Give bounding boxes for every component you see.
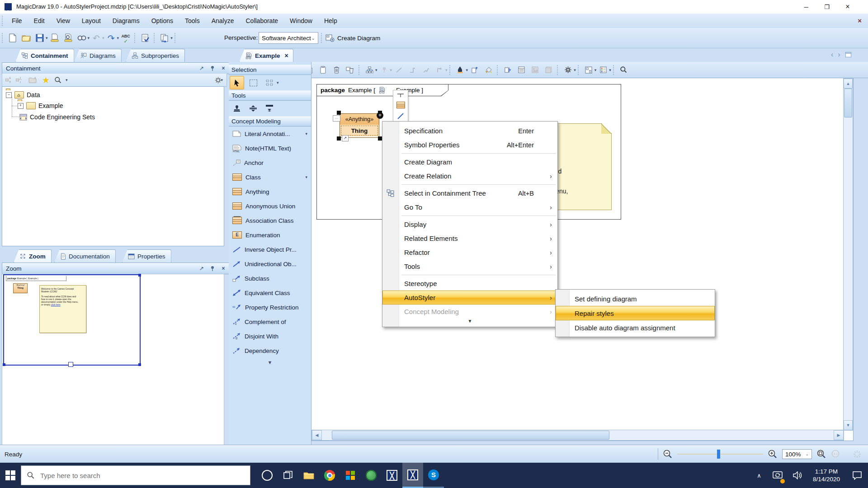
- menu-item-stereotype[interactable]: Stereotype: [382, 277, 557, 291]
- open-diagram-badge[interactable]: ↗: [342, 135, 349, 141]
- save-button[interactable]: [33, 31, 46, 45]
- tab-containment[interactable]: Containment: [15, 49, 74, 62]
- palette-anything[interactable]: Anything: [229, 184, 311, 199]
- menu-diagrams[interactable]: Diagrams: [107, 14, 146, 28]
- vertical-scrollbar[interactable]: ▲ ▼: [843, 78, 853, 431]
- palette-complement-of[interactable]: c Complement of: [229, 314, 311, 329]
- menu-item-go-to[interactable]: Go To›: [382, 200, 557, 214]
- tab-diagrams[interactable]: Diagrams: [74, 49, 122, 62]
- menubar-drag-handle[interactable]: [2, 16, 4, 26]
- menu-window[interactable]: Window: [284, 14, 318, 28]
- package-frame-tab[interactable]: package Example [ Example ]: [316, 84, 448, 96]
- vertical-scroll-thumb[interactable]: [844, 89, 852, 117]
- toolbar-drag-handle[interactable]: [2, 33, 4, 43]
- zoom-slider-thumb[interactable]: [717, 450, 720, 459]
- tray-expand-icon[interactable]: ∧: [751, 463, 767, 488]
- spell-check-button[interactable]: ABC✓: [119, 31, 132, 45]
- smart-add-icon[interactable]: +: [377, 112, 383, 119]
- legend-icon[interactable]: [597, 63, 609, 77]
- palette-disjoint-with[interactable]: d Disjoint With: [229, 329, 311, 343]
- autosize-icon[interactable]: [501, 63, 514, 77]
- submenu-item-disable-auto-diagram-assignment[interactable]: Disable auto diagram assignment: [556, 320, 715, 335]
- image-shape-icon[interactable]: [528, 63, 541, 77]
- pen-style-icon[interactable]: [454, 63, 467, 77]
- horizontal-scroll-thumb[interactable]: [332, 431, 609, 440]
- find-dropdown-icon[interactable]: ▾: [88, 36, 90, 40]
- palette-association-class[interactable]: Association Class: [229, 213, 311, 228]
- transform-dropdown-icon[interactable]: ▾: [170, 36, 173, 40]
- delete-with-container-icon[interactable]: [344, 63, 356, 77]
- menu-item-select-in-containment-tree[interactable]: Select in Containment TreeAlt+B: [382, 186, 557, 200]
- palette-dependency[interactable]: Dependency: [229, 343, 311, 358]
- menu-item-tools[interactable]: Tools›: [382, 259, 557, 273]
- merge-vertical-tool[interactable]: [262, 102, 277, 115]
- zoom-out-icon[interactable]: [663, 449, 673, 459]
- tab-scroll-left-icon[interactable]: ‹: [831, 51, 833, 59]
- green-app-icon[interactable]: [361, 463, 382, 488]
- expand-node-icon[interactable]: +: [18, 103, 24, 109]
- open-in-new-tree-icon[interactable]: [28, 76, 37, 84]
- straight-line-icon[interactable]: [392, 63, 405, 77]
- palette-anonymous-union[interactable]: Anonymous Union: [229, 199, 311, 213]
- edit-compartments-badge[interactable]: …: [333, 115, 340, 122]
- palette-equivalent-class[interactable]: Equivalent Class: [229, 286, 311, 300]
- favorites-star-icon[interactable]: ★: [42, 75, 50, 85]
- submenu-item-repair-styles[interactable]: Repair styles: [556, 306, 715, 320]
- insert-row-icon[interactable]: [397, 93, 404, 98]
- palette-enumeration[interactable]: E Enumeration: [229, 228, 311, 242]
- create-association-icon[interactable]: [397, 113, 404, 120]
- file-explorer-icon[interactable]: [298, 463, 319, 488]
- stamp-tool[interactable]: [230, 102, 244, 115]
- multi-select-tool[interactable]: [262, 76, 277, 89]
- oblique-line-icon[interactable]: [420, 63, 432, 77]
- redo-button[interactable]: ↷: [105, 31, 118, 45]
- rectilinear-line-icon[interactable]: [406, 63, 419, 77]
- search-options-dropdown-icon[interactable]: ▾: [66, 78, 68, 82]
- print-button[interactable]: [48, 31, 61, 45]
- paste-icon[interactable]: [316, 63, 329, 77]
- group-separator[interactable]: [613, 65, 615, 75]
- minimize-button[interactable]: ─: [796, 0, 816, 14]
- palette-note-html[interactable]: HTML Note(HTML Text): [229, 141, 311, 155]
- undo-button[interactable]: ↶: [90, 31, 103, 45]
- legend-dropdown-icon[interactable]: ▾: [609, 68, 611, 72]
- group-separator[interactable]: [359, 65, 361, 75]
- tray-sync-icon[interactable]: [769, 463, 787, 488]
- tab-list-icon[interactable]: [845, 52, 852, 58]
- menu-collaborate[interactable]: Collaborate: [240, 14, 284, 28]
- print-preview-button[interactable]: [62, 31, 75, 45]
- zoom-viewport-rect[interactable]: package Example [ Example ] «Anything» T…: [3, 274, 141, 366]
- collapse-all-icon[interactable]: [5, 76, 13, 84]
- menu-item-display[interactable]: Display›: [382, 217, 557, 231]
- menu-item-symbol-properties[interactable]: Symbol PropertiesAlt+Enter: [382, 138, 557, 152]
- tray-clock[interactable]: 1:17 PM 8/14/2020: [808, 468, 844, 483]
- palette-property-restriction[interactable]: ∞ Property Restriction: [229, 300, 311, 314]
- menu-item-specification[interactable]: SpecificationEnter: [382, 124, 557, 138]
- grid-dropdown-icon[interactable]: ▾: [594, 68, 597, 72]
- scroll-up-icon[interactable]: ▲: [844, 79, 853, 89]
- image-library-icon[interactable]: [542, 63, 555, 77]
- volume-icon[interactable]: [788, 463, 807, 488]
- group-separator[interactable]: [497, 65, 499, 75]
- magicdraw-app-icon[interactable]: ╳: [382, 463, 402, 488]
- palette-concept-modeling-header[interactable]: Concept Modeling: [229, 116, 311, 127]
- tab-scroll-right-icon[interactable]: ›: [838, 51, 840, 59]
- pointer-tool[interactable]: [230, 76, 244, 89]
- palette-selection-header[interactable]: Selection: [229, 65, 311, 75]
- viewport-handle[interactable]: [138, 363, 141, 366]
- marquee-select-tool[interactable]: [246, 76, 260, 89]
- select-dropdown-icon[interactable]: ▾: [277, 80, 279, 85]
- chrome-icon[interactable]: [319, 463, 340, 488]
- tab-documentation[interactable]: Documentation: [54, 249, 116, 263]
- grid-options-icon[interactable]: [582, 63, 595, 77]
- diagram-properties-gear-icon[interactable]: [561, 63, 574, 77]
- viewport-handle[interactable]: [138, 274, 141, 277]
- pin-icon[interactable]: [208, 265, 217, 272]
- menubar-close-icon[interactable]: ×: [858, 17, 862, 24]
- palette-class[interactable]: Class▾: [229, 170, 311, 184]
- menu-view[interactable]: View: [51, 14, 76, 28]
- new-project-button[interactable]: [6, 31, 19, 45]
- collapse-node-icon[interactable]: −: [6, 92, 12, 98]
- path-dropdown-icon[interactable]: ▾: [445, 68, 448, 72]
- horizontal-scrollbar[interactable]: ◀ ▶: [311, 430, 844, 441]
